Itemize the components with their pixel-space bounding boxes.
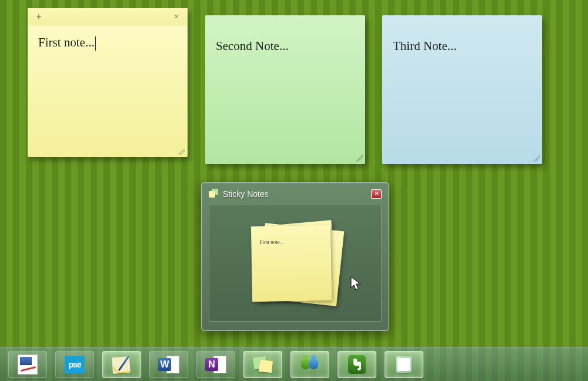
note-text: Third Note... xyxy=(393,39,456,53)
sticky-note-blue[interactable]: Third Note... xyxy=(382,15,542,164)
note-header: + × xyxy=(28,8,188,26)
paint-net-icon xyxy=(17,354,38,375)
taskbar-button-notebook[interactable] xyxy=(385,351,423,378)
sticky-note-green[interactable]: Second Note... xyxy=(205,15,365,164)
taskbar-button-paint-net[interactable] xyxy=(8,351,47,378)
note-text: Second Note... xyxy=(216,39,289,53)
sticky-notes-icon xyxy=(252,354,273,375)
thumbnail-note-stack: First note... xyxy=(249,222,343,310)
resize-grip[interactable] xyxy=(533,155,540,162)
delete-note-button[interactable]: × xyxy=(171,12,182,22)
sticky-note-yellow[interactable]: + × First note... xyxy=(28,8,188,157)
new-note-button[interactable]: + xyxy=(34,12,44,22)
taskbar-button-messenger[interactable] xyxy=(290,351,329,378)
taskbar-button-evernote[interactable] xyxy=(338,351,376,378)
resize-grip[interactable] xyxy=(356,155,363,162)
taskbar-button-word[interactable]: W xyxy=(149,351,188,378)
photoshop-elements-icon: pse xyxy=(64,354,85,375)
notebook-icon xyxy=(393,354,415,375)
windows-journal-icon xyxy=(111,354,132,375)
sticky-notes-icon xyxy=(209,189,219,199)
note-text-area[interactable]: First note... xyxy=(28,26,188,51)
preview-titlebar: Sticky Notes ✕ xyxy=(209,189,382,199)
messenger-icon xyxy=(299,354,320,375)
note-text: First note... xyxy=(38,35,95,49)
note-text-area[interactable]: Second Note... xyxy=(205,15,365,54)
word-icon: W xyxy=(158,354,179,375)
taskbar-button-onenote[interactable]: N xyxy=(196,351,235,378)
taskbar-button-photoshop-elements[interactable]: pse xyxy=(55,351,94,378)
onenote-icon: N xyxy=(205,354,226,375)
taskbar-button-windows-journal[interactable] xyxy=(102,351,141,378)
text-caret xyxy=(95,36,96,51)
preview-title: Sticky Notes xyxy=(223,189,368,199)
taskbar: pse W N xyxy=(0,347,588,381)
preview-close-button[interactable]: ✕ xyxy=(371,189,382,199)
preview-thumbnail[interactable]: First note... xyxy=(209,204,382,322)
taskbar-preview-window[interactable]: Sticky Notes ✕ First note... xyxy=(201,182,389,331)
thumbnail-note-text: First note... xyxy=(251,225,331,245)
taskbar-button-sticky-notes[interactable] xyxy=(243,351,282,378)
resize-grip[interactable] xyxy=(178,148,185,155)
note-text-area[interactable]: Third Note... xyxy=(382,15,542,54)
evernote-icon xyxy=(346,354,368,375)
